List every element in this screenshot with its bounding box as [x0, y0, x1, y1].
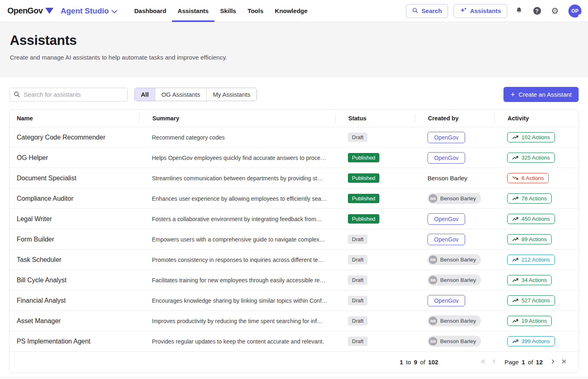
creator-name: Benson Barley	[440, 257, 476, 263]
table-row[interactable]: OG Helper Helps OpenGov employees quickl…	[9, 147, 579, 168]
activity-badge[interactable]: 78 Actions	[507, 193, 552, 204]
assistant-name: PS Implementation Agent	[9, 338, 139, 345]
activity-label: 450 Actions	[521, 216, 550, 222]
status-badge: Published	[348, 153, 379, 162]
pager: Page 1 of 12	[479, 357, 568, 367]
filter-my-assistants[interactable]: My Assistants	[207, 88, 256, 101]
status-badge: Draft	[348, 255, 368, 264]
activity-badge[interactable]: 34 Actions	[507, 275, 552, 285]
assistant-name: Task Scheduler	[9, 256, 139, 264]
activity-label: 19 Actions	[521, 318, 547, 324]
created-by: BBBenson Barley	[428, 315, 481, 326]
activity-badge[interactable]: 527 Actions	[507, 295, 555, 306]
activity-cell: 399 Actions	[494, 336, 579, 346]
trend-icon	[512, 297, 519, 304]
top-navbar: OpenGov Agent Studio Dashboard Assistant…	[0, 0, 588, 22]
status-badge: Published	[348, 214, 379, 224]
user-avatar[interactable]: OP	[568, 4, 581, 18]
activity-label: 325 Actions	[521, 155, 550, 161]
table-row[interactable]: Asset Manager Improves productivity by r…	[9, 310, 579, 331]
table-row[interactable]: Form Builder Empowers users with a compr…	[9, 229, 579, 249]
previous-page-button[interactable]	[490, 357, 499, 367]
avatar-initials: OP	[571, 8, 578, 14]
activity-cell: 78 Actions	[494, 193, 579, 204]
assistant-name: Compliance Auditor	[9, 195, 139, 202]
nav-item-knowledge[interactable]: Knowledge	[269, 0, 313, 22]
status-cell: Published	[335, 173, 415, 183]
table-row[interactable]: Document Specialist Streamlines communic…	[9, 168, 579, 188]
table-row[interactable]: Financial Analyst Encourages knowledge s…	[9, 290, 579, 310]
assistant-search-input[interactable]	[9, 88, 128, 102]
table-row[interactable]: Legal Writer Fosters a collaborative env…	[9, 208, 579, 229]
status-badge: Published	[348, 194, 379, 203]
product-switcher[interactable]: Agent Studio	[61, 7, 117, 16]
created-by: OpenGov	[428, 295, 465, 306]
column-header-created-by[interactable]: Created by	[415, 114, 494, 123]
status-cell: Published	[335, 214, 415, 224]
opengov-logo-triangle-icon	[45, 8, 53, 14]
activity-badge[interactable]: 212 Actions	[507, 255, 555, 265]
trend-icon	[512, 155, 519, 161]
activity-cell: 6 Actions	[494, 173, 579, 183]
column-header-summary[interactable]: Summary	[139, 114, 335, 123]
assistant-name: Legal Writer	[9, 215, 139, 223]
status-cell: Draft	[335, 316, 415, 326]
activity-badge[interactable]: 325 Actions	[507, 153, 555, 163]
activity-badge[interactable]: 102 Actions	[507, 132, 555, 142]
table-row[interactable]: PS Implementation Agent Provides regular…	[9, 331, 579, 351]
assistants-quick-button[interactable]: Assistants	[454, 4, 507, 18]
activity-badge[interactable]: 6 Actions	[507, 173, 549, 183]
activity-badge[interactable]: 19 Actions	[507, 316, 552, 326]
activity-cell: 527 Actions	[494, 295, 579, 306]
status-badge: Draft	[348, 235, 368, 244]
range-total: 102	[428, 359, 438, 366]
created-by: BBBenson Barley	[428, 275, 481, 286]
table-row[interactable]: Bill Cycle Analyst Facilitates training …	[9, 270, 579, 290]
main-nav: Dashboard Assistants Skills Tools Knowle…	[129, 0, 313, 22]
last-page-button[interactable]	[559, 357, 568, 367]
column-header-status[interactable]: Status	[335, 114, 415, 123]
created-by-cell: BBBenson Barley	[415, 336, 494, 347]
activity-badge[interactable]: 450 Actions	[507, 214, 555, 224]
total-pages: 12	[536, 359, 543, 366]
page-subtitle: Create and manage AI assistants to help …	[10, 54, 578, 61]
settings-button[interactable]: ⚙	[549, 5, 561, 17]
filter-og-assistants[interactable]: OG Assistants	[155, 88, 207, 101]
table-row[interactable]: Category Code Recommender Recommend cate…	[9, 127, 579, 147]
help-button[interactable]: ?	[531, 5, 543, 17]
trend-icon	[512, 236, 519, 242]
created-by-cell: OpenGov	[415, 234, 494, 245]
column-header-name[interactable]: Name	[9, 114, 139, 123]
nav-item-assistants[interactable]: Assistants	[172, 0, 214, 22]
filter-all[interactable]: All	[135, 88, 155, 101]
range-to-word: to	[406, 359, 411, 366]
page-bottom-divider	[0, 377, 588, 379]
range-start: 1	[400, 359, 403, 366]
opengov-logo[interactable]: OpenGov	[7, 6, 53, 16]
next-page-button[interactable]	[548, 357, 557, 367]
status-badge: Draft	[348, 316, 368, 326]
create-assistant-button[interactable]: + Create an Assistant	[503, 87, 579, 102]
nav-item-skills[interactable]: Skills	[214, 0, 242, 22]
assistant-search	[9, 88, 128, 102]
global-search-button[interactable]: Search	[406, 4, 448, 18]
notifications-button[interactable]	[513, 5, 525, 17]
status-cell: Draft	[335, 255, 415, 264]
trend-icon	[512, 338, 519, 344]
first-page-button[interactable]	[479, 357, 488, 367]
created-by: BBBenson Barley	[428, 254, 481, 265]
status-cell: Published	[335, 153, 415, 162]
creator-avatar: BB	[429, 337, 437, 346]
nav-item-dashboard[interactable]: Dashboard	[129, 0, 172, 22]
table-row[interactable]: Compliance Auditor Enhances user experie…	[9, 188, 579, 208]
nav-item-tools[interactable]: Tools	[242, 0, 269, 22]
assistant-summary: Empowers users with a comprehensive guid…	[139, 236, 335, 243]
sparkle-icon	[460, 7, 467, 15]
status-cell: Draft	[335, 296, 415, 305]
creator-name: Benson Barley	[440, 318, 476, 324]
activity-badge[interactable]: 399 Actions	[507, 336, 555, 346]
activity-badge[interactable]: 89 Actions	[507, 234, 552, 244]
table-row[interactable]: Task Scheduler Promotes consistency in r…	[9, 249, 579, 270]
activity-label: 527 Actions	[521, 297, 550, 304]
column-header-activity[interactable]: Activity	[494, 114, 579, 123]
